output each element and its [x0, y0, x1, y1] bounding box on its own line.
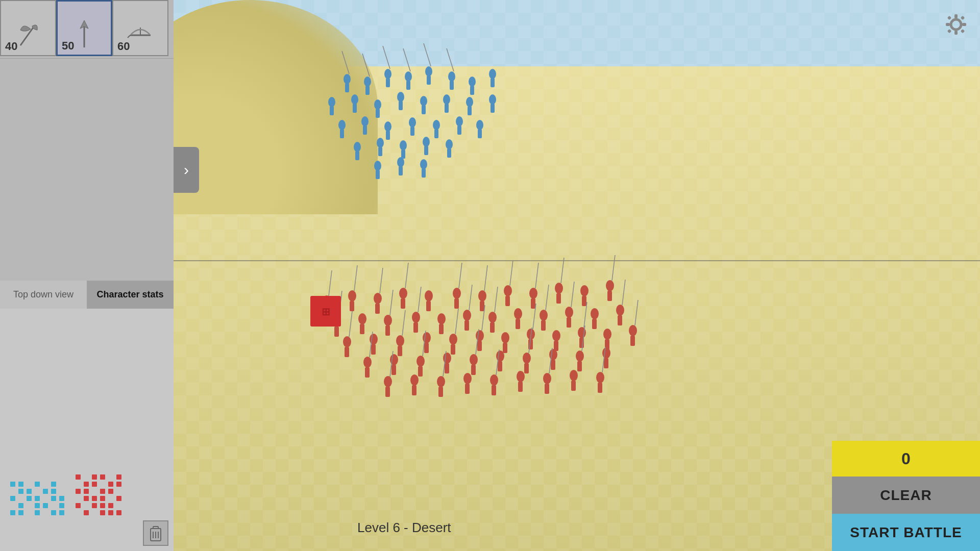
svg-point-88: [504, 285, 512, 296]
mini-dot: [100, 496, 105, 501]
svg-point-44: [476, 120, 483, 130]
svg-rect-199: [465, 384, 470, 394]
svg-rect-140: [398, 346, 402, 356]
svg-point-126: [565, 307, 573, 318]
svg-point-165: [363, 357, 372, 368]
svg-point-54: [446, 139, 453, 149]
svg-rect-23: [399, 101, 403, 110]
svg-rect-83: [454, 298, 459, 309]
svg-rect-122: [516, 319, 520, 329]
mini-dot: [35, 503, 40, 508]
settings-button[interactable]: [942, 10, 970, 38]
svg-rect-11: [450, 81, 454, 90]
svg-rect-37: [386, 131, 390, 140]
svg-rect-106: [360, 324, 364, 334]
svg-line-136: [349, 311, 352, 337]
mini-dot: [84, 482, 89, 487]
bottom-tabs-section: Top down view Character stats: [0, 281, 174, 551]
svg-point-200: [490, 374, 498, 386]
svg-point-178: [496, 350, 504, 362]
army-minimap: [5, 439, 168, 520]
svg-point-91: [529, 288, 537, 299]
tab-charstats[interactable]: Character stats: [87, 281, 174, 309]
svg-rect-119: [490, 322, 495, 333]
svg-rect-127: [567, 317, 571, 328]
svg-point-137: [370, 334, 378, 345]
svg-point-118: [488, 312, 497, 323]
svg-line-76: [380, 268, 383, 293]
svg-rect-216: [954, 31, 958, 35]
mini-dot: [100, 489, 105, 494]
svg-rect-9: [427, 76, 431, 85]
svg-rect-5: [386, 78, 390, 87]
svg-rect-209: [571, 381, 576, 391]
mini-dot: [51, 489, 56, 494]
svg-point-203: [517, 371, 525, 382]
svg-rect-220: [960, 15, 964, 19]
svg-rect-176: [471, 365, 476, 375]
svg-point-113: [437, 313, 446, 324]
svg-point-38: [409, 117, 416, 128]
svg-point-85: [478, 290, 486, 302]
svg-point-0: [344, 74, 351, 84]
svg-point-18: [351, 94, 358, 105]
tab-topdown[interactable]: Top down view: [0, 281, 87, 309]
svg-rect-148: [477, 341, 482, 351]
svg-line-96: [561, 258, 564, 283]
collapse-panel-button[interactable]: ›: [174, 147, 199, 193]
svg-point-36: [384, 121, 391, 132]
svg-rect-184: [551, 360, 555, 370]
svg-point-74: [374, 293, 382, 304]
svg-point-205: [543, 373, 551, 384]
svg-point-144: [449, 334, 457, 345]
svg-point-105: [358, 313, 366, 324]
svg-rect-151: [503, 343, 507, 353]
start-battle-button[interactable]: START BATTLE: [832, 514, 980, 551]
svg-rect-103: [334, 327, 339, 337]
svg-rect-3: [365, 86, 370, 95]
svg-rect-35: [363, 126, 367, 135]
svg-rect-86: [480, 301, 484, 311]
delete-button[interactable]: [143, 520, 168, 546]
clear-button[interactable]: CLEAR: [832, 477, 980, 514]
svg-rect-57: [376, 170, 380, 179]
svg-rect-201: [492, 385, 496, 395]
svg-point-80: [425, 290, 433, 302]
svg-rect-179: [498, 361, 502, 371]
red-army-mini: [76, 474, 122, 515]
svg-rect-222: [960, 29, 964, 33]
svg-rect-218: [962, 23, 966, 26]
svg-point-110: [412, 312, 420, 323]
svg-point-42: [456, 116, 463, 127]
weapon-slot-spear[interactable]: 50: [56, 0, 112, 56]
svg-rect-171: [418, 366, 423, 377]
unit-placement-area[interactable]: ›: [0, 59, 174, 281]
svg-point-2: [364, 77, 371, 87]
svg-rect-49: [378, 147, 382, 156]
weapon-slot-axe[interactable]: 40: [0, 0, 56, 56]
svg-point-24: [420, 96, 427, 106]
svg-text:⊞: ⊞: [322, 306, 330, 317]
mini-dot: [18, 503, 23, 508]
svg-rect-189: [604, 358, 608, 368]
svg-rect-166: [365, 367, 370, 378]
mini-dot: [43, 503, 48, 508]
blue-army-mini: [10, 482, 65, 515]
svg-rect-196: [438, 387, 443, 397]
mini-dot: [51, 482, 56, 487]
svg-point-115: [463, 310, 471, 321]
mini-dot: [18, 489, 23, 494]
svg-rect-15: [491, 78, 495, 87]
svg-rect-89: [505, 296, 510, 306]
mini-dot: [84, 489, 89, 494]
svg-line-146: [455, 309, 458, 334]
weapon-slot-crossbow[interactable]: 60: [112, 0, 168, 56]
svg-rect-114: [439, 324, 444, 334]
svg-line-79: [405, 263, 408, 288]
svg-point-121: [514, 308, 522, 319]
svg-point-94: [555, 283, 563, 294]
svg-line-63: [362, 54, 370, 77]
tab-content-area: [0, 309, 174, 551]
svg-line-90: [510, 260, 513, 286]
svg-point-34: [361, 116, 369, 127]
